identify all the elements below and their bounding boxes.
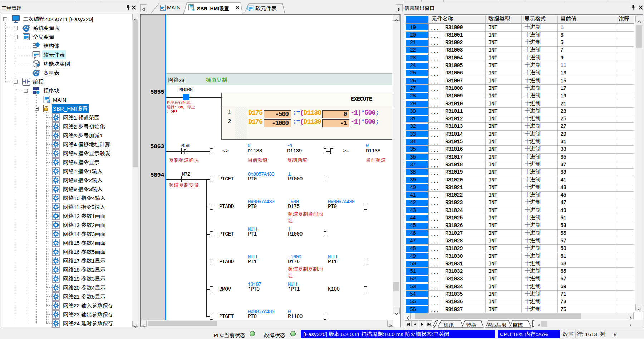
- svg-text:M: M: [163, 9, 166, 12]
- svg-text:M: M: [47, 99, 50, 103]
- svg-text:S: S: [192, 8, 194, 11]
